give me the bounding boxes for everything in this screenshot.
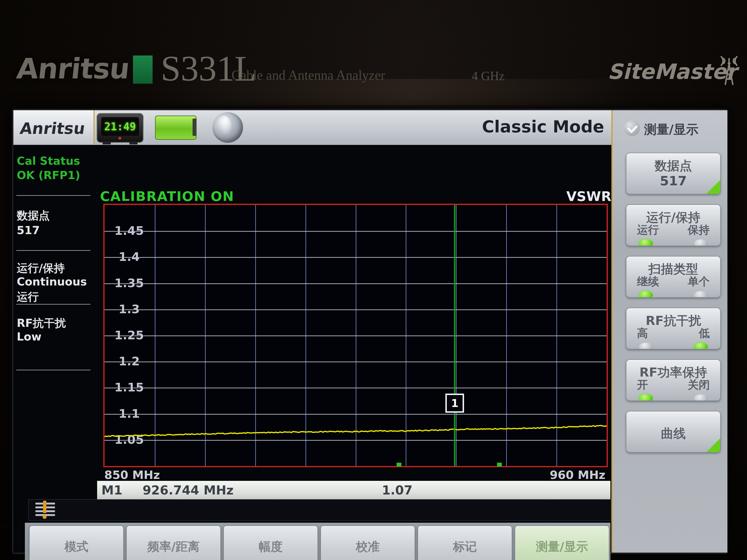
mode-title: Classic Mode bbox=[324, 117, 604, 138]
sidebar-divider bbox=[16, 250, 91, 251]
menu-button-4[interactable]: 校准 bbox=[320, 526, 415, 560]
cal-status-label: Cal Status bbox=[17, 155, 80, 167]
vswr-plot: 1.451.41.351.31.251.21.151.11.051 bbox=[103, 204, 608, 467]
softkey-1[interactable]: 数据点517 bbox=[626, 153, 721, 194]
bottom-axis-green-tick bbox=[497, 463, 502, 466]
menu-button-5[interactable]: 标记 bbox=[418, 526, 512, 560]
softkey-option: 高 bbox=[637, 326, 648, 341]
clock-foot bbox=[129, 141, 137, 144]
sidebar-divider bbox=[16, 304, 91, 304]
sidebar-status-text: 数据点 bbox=[17, 208, 50, 223]
antenna-tower-icon bbox=[720, 55, 739, 86]
led-off-icon bbox=[694, 394, 708, 401]
cal-status-value: OK (RFP1) bbox=[17, 169, 80, 182]
led-off-icon bbox=[694, 291, 708, 298]
marker-value: 1.07 bbox=[382, 483, 412, 497]
vswr-trace bbox=[105, 205, 607, 466]
measurement-area: Cal Status OK (RFP1) 数据点517运行/保持Continuo… bbox=[14, 145, 611, 553]
sidebar-status-text: 517 bbox=[17, 224, 40, 237]
marker-flag[interactable]: 1 bbox=[445, 394, 464, 413]
clock-foot bbox=[103, 141, 111, 144]
softkey-option: 低 bbox=[699, 326, 710, 341]
led-off-icon bbox=[639, 343, 653, 349]
menu-button-3[interactable]: 幅度 bbox=[224, 526, 318, 560]
marker-name: M1 bbox=[101, 483, 123, 497]
softkey-4[interactable]: RF抗干扰高低 bbox=[626, 308, 721, 349]
marker-frequency: 926.744 MHz bbox=[143, 483, 233, 497]
led-on-icon bbox=[639, 239, 653, 246]
sidebar-status-text: RF抗干扰 bbox=[17, 316, 66, 331]
sidebar-status-text: 运行/保持 bbox=[17, 261, 65, 276]
menu-button-1[interactable]: 模式 bbox=[29, 526, 124, 560]
check-chevron bbox=[627, 122, 638, 133]
marker-readout-bar: M1 926.744 MHz 1.07 bbox=[97, 481, 611, 500]
led-off-icon bbox=[694, 239, 708, 246]
bezel-subtitle: Cable and Antenna Analyzer bbox=[232, 68, 385, 83]
bottom-menu-bar: 模式频率/距离幅度校准标记测量/显示 bbox=[25, 523, 611, 560]
softkey-label: 数据点 bbox=[626, 158, 720, 174]
bottom-axis-green-tick bbox=[396, 463, 402, 466]
calibration-status-text: CALIBRATION ON bbox=[100, 188, 234, 204]
menu-button-2[interactable]: 频率/距离 bbox=[126, 526, 221, 560]
submenu-corner-icon bbox=[706, 180, 721, 194]
marker-line[interactable] bbox=[454, 205, 455, 466]
sidebar-status-text: Continuous bbox=[17, 275, 87, 288]
softkey-panel: 测量/显示 数据点517运行/保持运行保持扫描类型继续单个RF抗干扰高低RF功率… bbox=[611, 110, 727, 553]
led-on-icon bbox=[639, 291, 653, 298]
bezel-product-name: SiteMaster bbox=[608, 59, 737, 84]
panel-check-icon bbox=[624, 120, 640, 136]
x-axis-end-label: 960 MHz bbox=[535, 468, 606, 482]
led-on-icon bbox=[694, 343, 708, 349]
sidebar-status-text: Low bbox=[17, 330, 42, 343]
header-logo-tab: Anritsu bbox=[14, 110, 95, 144]
clock-icon: 21:49 bbox=[97, 113, 144, 143]
softkey-2[interactable]: 运行/保持运行保持 bbox=[626, 205, 721, 246]
bezel-freq-range: 4 GHz bbox=[472, 69, 505, 83]
header-time: 21:49 bbox=[104, 121, 136, 133]
battery-cap bbox=[192, 118, 197, 136]
softkey-5[interactable]: RF功率保持开关闭 bbox=[626, 359, 721, 401]
softkey-option: 保持 bbox=[688, 222, 710, 237]
submenu-corner-icon bbox=[706, 438, 721, 453]
anritsu-green-square-icon bbox=[133, 55, 153, 84]
battery-icon bbox=[155, 115, 197, 140]
sweep-list-alert-icon bbox=[35, 503, 55, 516]
lcd-screen: Anritsu 21:49 Classic Mode Cal Status OK… bbox=[12, 109, 728, 554]
status-strip bbox=[28, 499, 611, 521]
softkey-6[interactable]: 曲线 bbox=[626, 411, 721, 453]
softkey-option: 运行 bbox=[637, 222, 659, 237]
softkey-option: 继续 bbox=[637, 274, 659, 289]
sidebar-status-text: 运行 bbox=[17, 290, 39, 304]
led-on-icon bbox=[639, 394, 653, 401]
x-axis-start-label: 850 MHz bbox=[104, 468, 160, 482]
softkey-3[interactable]: 扫描类型继续单个 bbox=[626, 256, 721, 298]
softkey-option: 关闭 bbox=[688, 378, 710, 392]
bezel-brand-logo: Anritsu bbox=[15, 52, 131, 85]
softkey-option: 单个 bbox=[688, 274, 710, 289]
softkey-panel-title: 测量/显示 bbox=[644, 121, 698, 138]
exclamation-dot bbox=[43, 515, 47, 519]
header-bar: Anritsu 21:49 Classic Mode bbox=[14, 110, 611, 145]
softkey-option: 开 bbox=[637, 378, 648, 392]
exclamation-mark bbox=[43, 501, 46, 513]
device-photo: Anritsu S331L Cable and Antenna Analyzer… bbox=[0, 0, 747, 560]
globe-icon bbox=[212, 112, 243, 143]
globe-highlight bbox=[217, 116, 232, 137]
clock-alarm-dot bbox=[119, 137, 121, 140]
sidebar-divider bbox=[16, 195, 91, 196]
menu-button-6[interactable]: 测量/显示 bbox=[515, 526, 609, 560]
sidebar-divider bbox=[16, 370, 91, 370]
anritsu-logo: Anritsu bbox=[19, 119, 86, 138]
measurement-unit-label: VSWR bbox=[516, 188, 611, 204]
